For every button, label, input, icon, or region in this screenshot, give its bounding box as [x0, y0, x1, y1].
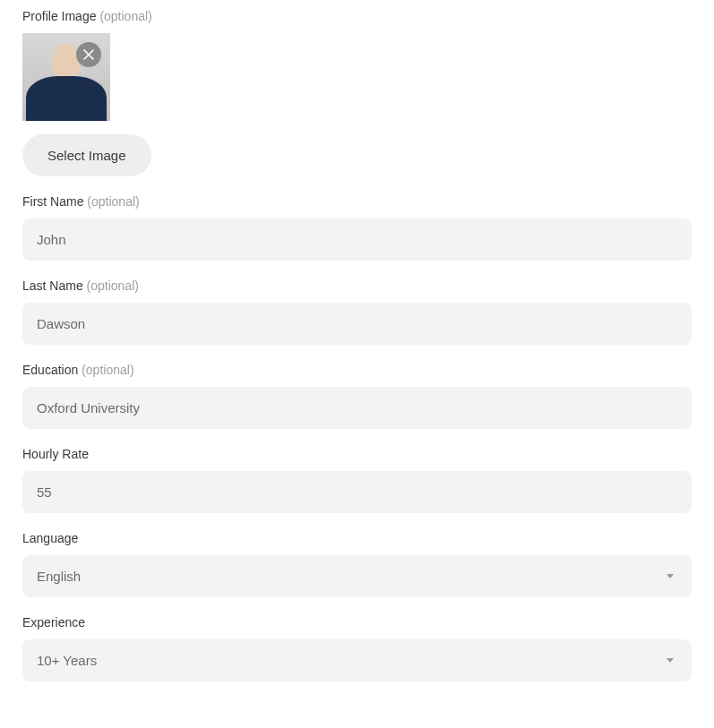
experience-select-wrapper: 10+ Years	[22, 639, 692, 681]
education-label-text: Education	[22, 363, 78, 377]
hourly-rate-section: Hourly Rate	[22, 447, 692, 513]
profile-image-wrapper	[22, 33, 110, 121]
education-label: Education (optional)	[22, 363, 692, 377]
first-name-input[interactable]	[22, 218, 692, 261]
select-image-button[interactable]: Select Image	[22, 134, 151, 176]
language-label: Language	[22, 531, 692, 545]
close-icon	[82, 48, 95, 61]
last-name-section: Last Name (optional)	[22, 278, 692, 345]
language-select[interactable]: English	[22, 555, 692, 597]
experience-section: Experience 10+ Years	[22, 615, 692, 681]
education-section: Education (optional)	[22, 363, 692, 429]
first-name-optional: (optional)	[87, 194, 139, 209]
language-label-text: Language	[22, 531, 78, 545]
language-select-wrapper: English	[22, 555, 692, 597]
last-name-label: Last Name (optional)	[22, 278, 692, 293]
experience-select[interactable]: 10+ Years	[22, 639, 692, 681]
hourly-rate-label: Hourly Rate	[22, 447, 692, 461]
hourly-rate-label-text: Hourly Rate	[22, 447, 89, 461]
hourly-rate-input[interactable]	[22, 471, 692, 513]
caret-down-icon	[667, 574, 674, 578]
profile-image-label: Profile Image (optional)	[22, 9, 692, 23]
first-name-label: First Name (optional)	[22, 194, 692, 209]
language-select-value: English	[37, 569, 81, 584]
remove-image-button[interactable]	[76, 42, 101, 67]
education-optional: (optional)	[82, 363, 133, 377]
experience-label-text: Experience	[22, 615, 85, 630]
first-name-section: First Name (optional)	[22, 194, 692, 261]
last-name-input[interactable]	[22, 303, 692, 345]
experience-select-value: 10+ Years	[37, 653, 97, 668]
profile-image-label-text: Profile Image	[22, 9, 96, 23]
profile-image-section: Profile Image (optional) Select Image	[22, 9, 692, 176]
language-section: Language English	[22, 531, 692, 597]
caret-down-icon	[667, 658, 674, 663]
first-name-label-text: First Name	[22, 194, 83, 209]
experience-label: Experience	[22, 615, 692, 630]
last-name-label-text: Last Name	[22, 278, 83, 293]
last-name-optional: (optional)	[87, 278, 139, 293]
education-input[interactable]	[22, 387, 692, 429]
profile-image-optional: (optional)	[99, 9, 151, 23]
